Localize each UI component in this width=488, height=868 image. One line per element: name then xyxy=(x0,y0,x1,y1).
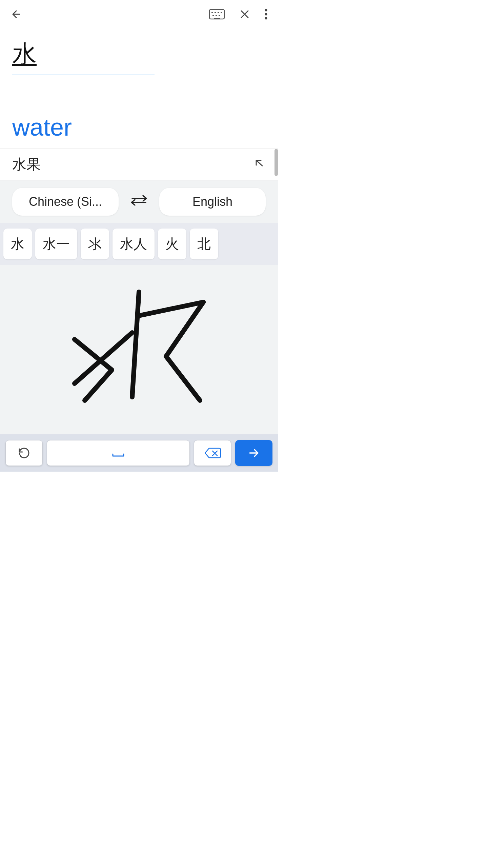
source-text: 水 xyxy=(12,39,266,68)
toolbar-right xyxy=(207,6,270,22)
svg-rect-1 xyxy=(211,12,213,13)
keyboard-button[interactable] xyxy=(207,6,227,22)
char-suggestion-0[interactable]: 水 xyxy=(3,229,32,259)
enter-icon xyxy=(246,446,261,460)
bottom-toolbar xyxy=(0,434,278,472)
enter-button[interactable] xyxy=(235,440,272,466)
suggestion-row[interactable]: 水果 xyxy=(0,149,278,180)
swap-languages-button[interactable] xyxy=(124,191,154,213)
svg-point-10 xyxy=(265,13,267,16)
svg-rect-0 xyxy=(209,9,224,19)
toolbar-left xyxy=(8,6,24,22)
delete-button[interactable] xyxy=(194,440,231,466)
source-language-button[interactable]: Chinese (Si... xyxy=(12,188,119,216)
translation-text: water xyxy=(12,113,266,142)
char-suggestion-1[interactable]: 水一 xyxy=(35,229,77,259)
expand-icon xyxy=(252,156,266,173)
svg-rect-5 xyxy=(212,15,214,16)
more-button[interactable] xyxy=(262,6,270,22)
delete-icon xyxy=(203,446,222,460)
svg-rect-8 xyxy=(214,18,220,19)
close-button[interactable] xyxy=(237,6,253,22)
char-suggestion-5[interactable]: 北 xyxy=(190,229,218,259)
undo-button[interactable] xyxy=(5,440,43,466)
char-suggestion-4[interactable]: 火 xyxy=(158,229,186,259)
svg-point-9 xyxy=(265,9,267,12)
back-button[interactable] xyxy=(8,6,24,22)
input-divider xyxy=(12,75,155,75)
svg-rect-7 xyxy=(219,15,220,16)
handwriting-area[interactable] xyxy=(0,265,278,434)
suggestion-text: 水果 xyxy=(12,155,41,174)
swap-icon xyxy=(129,194,148,207)
back-icon xyxy=(10,8,22,20)
language-selector: Chinese (Si... English xyxy=(0,180,278,223)
svg-point-11 xyxy=(265,17,267,20)
undo-icon xyxy=(17,446,32,460)
scrollbar[interactable] xyxy=(274,149,278,176)
svg-rect-2 xyxy=(215,12,216,13)
svg-rect-6 xyxy=(216,15,217,16)
svg-rect-4 xyxy=(221,12,222,13)
svg-rect-3 xyxy=(218,12,219,13)
toolbar xyxy=(0,0,278,26)
char-suggestion-3[interactable]: 水人 xyxy=(113,229,155,259)
source-area[interactable]: 水 xyxy=(0,26,278,100)
char-suggestion-2[interactable]: 氺 xyxy=(81,229,109,259)
handwriting-canvas xyxy=(0,265,278,434)
target-language-button[interactable]: English xyxy=(159,188,266,216)
space-icon xyxy=(110,448,126,458)
keyboard-icon xyxy=(209,8,225,20)
close-icon xyxy=(239,8,251,20)
char-suggestions: 水 水一 氺 水人 火 北 xyxy=(0,223,278,265)
more-icon xyxy=(264,8,268,20)
translation-area: water xyxy=(0,100,278,149)
space-button[interactable] xyxy=(47,440,190,466)
